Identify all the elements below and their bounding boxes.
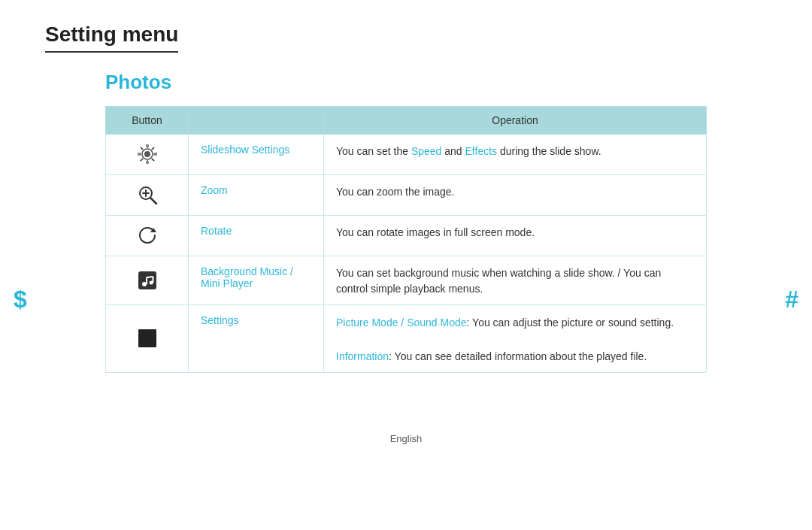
desc-slideshow-end: during the slide show. bbox=[497, 145, 601, 157]
music-icon bbox=[135, 268, 159, 292]
zoom-link[interactable]: Zoom bbox=[201, 184, 228, 196]
desc-settings-text1: : You can adjust the picture or sound se… bbox=[467, 316, 674, 329]
name-background-music: Background Music / Mini Player bbox=[189, 256, 324, 305]
desc-background-music: You can set background music when watchi… bbox=[324, 256, 707, 305]
black-square-icon bbox=[135, 326, 159, 350]
header-name bbox=[189, 107, 324, 135]
effects-link[interactable]: Effects bbox=[465, 145, 498, 157]
svg-rect-3 bbox=[146, 161, 149, 164]
svg-point-0 bbox=[144, 151, 150, 157]
name-zoom: Zoom bbox=[189, 175, 324, 216]
table-wrapper: Button Operation bbox=[105, 106, 707, 373]
table-row: Slideshow Settings You can set the Speed… bbox=[106, 135, 707, 175]
desc-settings-text2: : You can see detailed information about… bbox=[389, 350, 647, 362]
table-header-row: Button Operation bbox=[106, 107, 707, 135]
gear-icon bbox=[135, 142, 159, 166]
background-music-link[interactable]: Background Music / bbox=[201, 265, 311, 277]
desc-slideshow-mid: and bbox=[441, 145, 465, 157]
background-music-desc: You can set background music when watchi… bbox=[336, 267, 661, 295]
zoom-icon bbox=[135, 183, 159, 207]
hash-sign: # bbox=[785, 286, 798, 313]
icon-cell-rotate bbox=[106, 216, 189, 256]
header-operation: Operation bbox=[324, 107, 707, 135]
settings-link[interactable]: Settings bbox=[201, 314, 239, 326]
slideshow-settings-link[interactable]: Slideshow Settings bbox=[201, 144, 289, 156]
information-link[interactable]: Information bbox=[336, 350, 389, 362]
desc-rotate: You can rotate images in full screen mod… bbox=[324, 216, 707, 256]
table-row: Background Music / Mini Player You can s… bbox=[106, 256, 707, 305]
section-title: Photos bbox=[105, 71, 767, 94]
icon-cell-slideshow bbox=[106, 135, 189, 175]
svg-rect-2 bbox=[146, 144, 149, 147]
icon-cell-music bbox=[106, 256, 189, 305]
page-container: Setting menu Photos Button Operation bbox=[0, 0, 812, 474]
name-settings: Settings bbox=[189, 305, 324, 373]
speed-link[interactable]: Speed bbox=[411, 145, 441, 157]
mini-player-link[interactable]: Mini Player bbox=[201, 277, 311, 289]
svg-line-16 bbox=[147, 277, 153, 277]
footer-language: English bbox=[45, 433, 767, 444]
svg-rect-4 bbox=[138, 153, 141, 156]
icon-cell-settings bbox=[106, 305, 189, 373]
rotate-link[interactable]: Rotate bbox=[201, 225, 232, 237]
name-rotate: Rotate bbox=[189, 216, 324, 256]
table-row: Rotate You can rotate images in full scr… bbox=[106, 216, 707, 256]
desc-settings: Picture Mode / Sound Mode: You can adjus… bbox=[324, 305, 707, 373]
settings-table: Button Operation bbox=[105, 106, 707, 373]
header-button: Button bbox=[106, 107, 189, 135]
svg-line-7 bbox=[150, 198, 156, 204]
picture-mode-sound-mode-link[interactable]: Picture Mode / Sound Mode bbox=[336, 316, 467, 329]
desc-slideshow-pre: You can set the bbox=[336, 145, 411, 157]
dollar-sign: $ bbox=[14, 286, 27, 313]
rotate-icon bbox=[135, 223, 159, 247]
desc-zoom: You can zoom the image. bbox=[324, 175, 707, 216]
icon-cell-zoom bbox=[106, 175, 189, 216]
desc-slideshow: You can set the Speed and Effects during… bbox=[324, 135, 707, 175]
page-title: Setting menu bbox=[45, 23, 178, 53]
svg-rect-5 bbox=[154, 153, 157, 156]
table-row: Zoom You can zoom the image. bbox=[106, 175, 707, 216]
table-row: Settings Picture Mode / Sound Mode: You … bbox=[106, 305, 707, 373]
name-slideshow: Slideshow Settings bbox=[189, 135, 324, 175]
svg-rect-17 bbox=[138, 329, 156, 347]
